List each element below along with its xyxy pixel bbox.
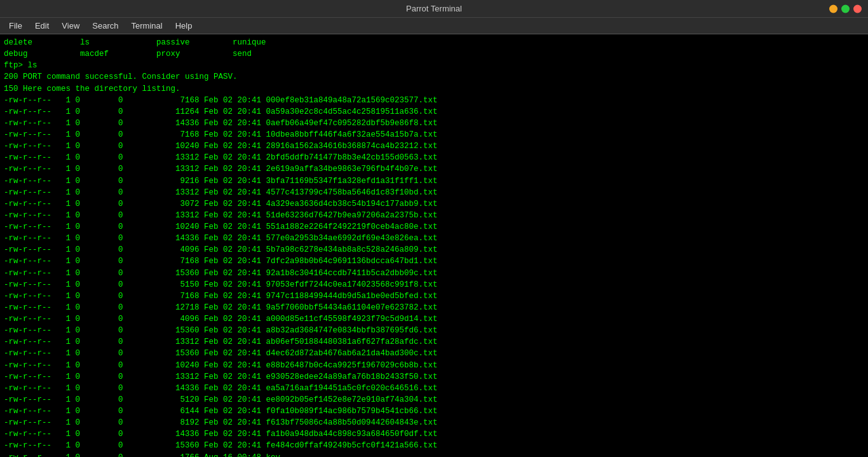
terminal-output[interactable]: delete ls passive runique debug macdef p… xyxy=(0,34,868,457)
maximize-button[interactable] xyxy=(841,4,850,13)
window-title: Parrot Terminal xyxy=(406,4,462,13)
menu-bar: FileEditViewSearchTerminalHelp xyxy=(0,18,868,34)
menu-search[interactable]: Search xyxy=(86,19,125,32)
close-button[interactable] xyxy=(853,4,862,13)
title-bar: Parrot Terminal xyxy=(0,0,868,18)
menu-view[interactable]: View xyxy=(55,19,86,32)
menu-help[interactable]: Help xyxy=(169,19,199,32)
menu-edit[interactable]: Edit xyxy=(29,19,55,32)
window-controls[interactable] xyxy=(829,4,862,13)
menu-terminal[interactable]: Terminal xyxy=(125,19,169,32)
minimize-button[interactable] xyxy=(829,4,837,13)
menu-file[interactable]: File xyxy=(3,19,29,32)
